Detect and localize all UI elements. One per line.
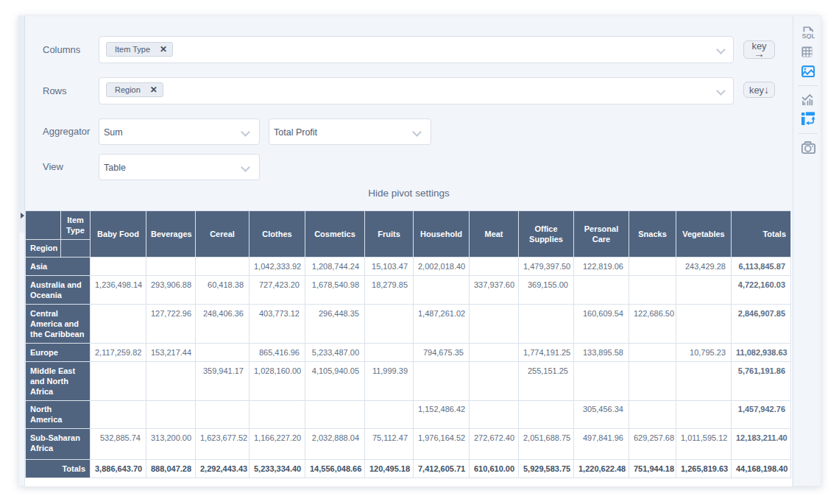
- svg-text:SQL: SQL: [801, 32, 815, 39]
